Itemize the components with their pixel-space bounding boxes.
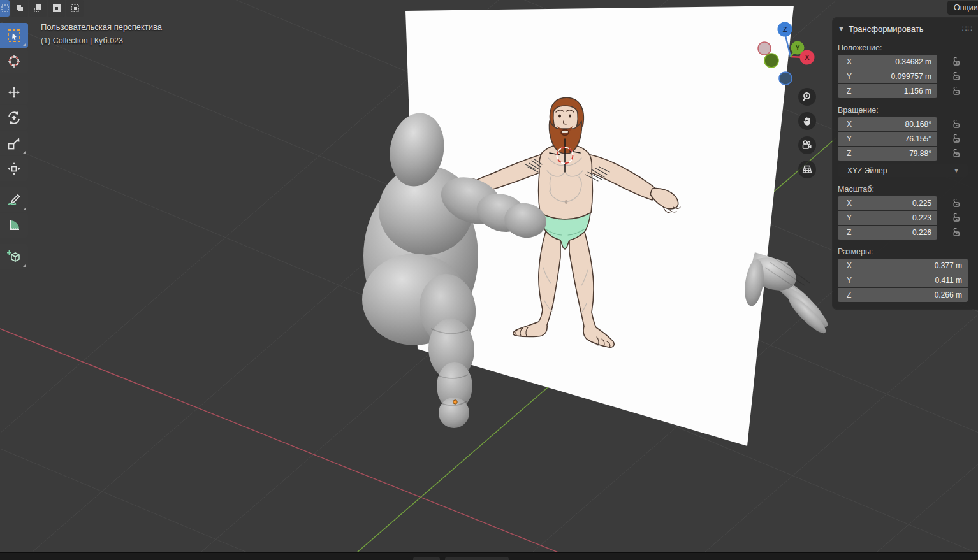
navigation-gizmo[interactable]: Z Y X [754,18,825,92]
dimensions-y-field[interactable]: Y 0.411 m [838,273,968,287]
rotation-x-lock-button[interactable] [952,120,961,129]
select-mode-invert-button[interactable] [48,0,65,17]
select-subtract-icon [34,4,43,13]
axis-value: 0.223 [912,213,931,222]
measure-icon [6,218,22,233]
blender-3d-viewport: Пользовательская перспектива (1) Collect… [0,0,978,560]
annotate-pencil-icon [6,192,22,208]
unlock-icon [952,213,961,222]
location-z-lock-button[interactable] [952,87,961,96]
transform-icon [6,161,22,176]
location-y-lock-button[interactable] [952,72,961,81]
tool-annotate-button[interactable] [0,187,28,212]
viewport-scene [0,0,978,560]
scale-z-field[interactable]: Z 0.226 [838,226,937,240]
tool-transform-button[interactable] [0,156,28,181]
select-mode-extend-button[interactable] [11,0,28,17]
timeline-widget[interactable] [413,557,440,560]
axis-value: 0.377 m [935,261,962,270]
axis-value: 0.225 [912,199,931,208]
options-button[interactable]: Опции [947,1,978,15]
magnifier-icon [802,92,813,103]
timeline-widget[interactable] [445,557,509,560]
breadcrumb: (1) Collection | Куб.023 [41,36,162,46]
rotation-x-field[interactable]: X 80.168° [838,117,937,131]
tool-rotate-button[interactable] [0,105,28,130]
location-label: Положение: [838,43,978,52]
tool-scale-button[interactable] [0,131,28,155]
select-box-icon [6,28,22,43]
rotation-y-field[interactable]: Y 76.155° [838,132,937,146]
chevron-down-icon: ▼ [838,25,845,32]
select-set-icon [1,4,9,12]
view-controls [798,88,816,178]
axis-value: 1.156 m [904,87,931,96]
gizmo-neg-z-ball[interactable] [779,72,792,85]
select-extend-icon [15,4,24,13]
dimensions-z-field[interactable]: Z 0.266 m [838,288,968,302]
drag-handle-icon[interactable]: ∷∷ [962,24,973,33]
axis-value: 80.168° [905,120,931,129]
pan-button[interactable] [798,112,816,130]
rotation-z-field[interactable]: Z 79.88° [838,147,937,161]
rotation-mode-dropdown[interactable]: XYZ Эйлер ▼ [838,164,968,177]
tool-add-cube-button[interactable] [0,244,28,269]
axis-label: Y [847,276,852,285]
panel-title: Трансформировать [849,24,924,34]
camera-icon [801,140,813,151]
location-z-field[interactable]: Z 1.156 m [838,84,937,98]
tool-move-button[interactable] [0,80,28,104]
axis-label: X [847,199,852,208]
unlock-icon [952,57,961,66]
select-mode-set-button[interactable] [0,0,10,17]
location-y-field[interactable]: Y 0.099757 m [838,69,937,83]
select-mode-subtract-button[interactable] [29,0,47,17]
scale-y-lock-button[interactable] [952,213,961,222]
transform-panel: ▼ Трансформировать ∷∷ Положение: X 0.346… [833,18,978,309]
rotation-y-lock-button[interactable] [952,134,961,143]
axis-value: 0.411 m [935,276,962,285]
unlock-icon [952,149,961,158]
scale-z-lock-button[interactable] [952,228,961,237]
panel-header[interactable]: ▼ Трансформировать ∷∷ [833,22,978,36]
gizmo-neg-x-ball[interactable] [758,42,771,55]
axis-value: 0.266 m [935,291,962,299]
zoom-button[interactable] [798,88,816,106]
axis-label: Z [847,87,851,96]
rotation-label: Вращение: [838,106,978,115]
axis-label: Y [847,72,852,81]
tool-select-box-button[interactable] [0,23,28,48]
axis-value: 76.155° [905,134,931,143]
toggle-orthographic-button[interactable] [798,161,816,178]
origin-dot [453,400,457,404]
dimensions-x-field[interactable]: X 0.377 m [838,259,968,273]
location-x-field[interactable]: X 0.34682 m [838,55,937,69]
tool-toolbar [0,23,28,269]
axis-label: X [847,261,852,270]
unlock-icon [952,72,961,81]
axis-label: Z [847,228,851,237]
axis-value: 0.226 [912,228,931,237]
tool-cursor-button[interactable] [0,48,28,73]
scale-x-field[interactable]: X 0.225 [838,196,937,210]
select-mode-intersect-button[interactable] [66,0,84,17]
gizmo-y-label: Y [796,45,800,52]
scale-icon [6,136,22,151]
location-x-lock-button[interactable] [952,57,961,66]
unlock-icon [952,134,961,143]
chevron-down-icon: ▼ [953,167,960,174]
tool-measure-button[interactable] [0,213,28,238]
unlock-icon [952,120,961,129]
viewport-info: Пользовательская перспектива (1) Collect… [41,22,162,46]
rotation-z-lock-button[interactable] [952,149,961,158]
scale-x-lock-button[interactable] [952,199,961,208]
select-invert-icon [52,4,61,13]
select-intersect-icon [71,4,80,13]
rotate-icon [6,110,22,126]
camera-view-button[interactable] [798,136,816,154]
dimensions-label: Размеры: [838,247,978,256]
viewport-perspective-label: Пользовательская перспектива [41,22,162,32]
rotation-mode-value: XYZ Эйлер [847,166,887,175]
scale-y-field[interactable]: Y 0.223 [838,211,937,225]
gizmo-neg-y-ball[interactable] [764,54,778,68]
